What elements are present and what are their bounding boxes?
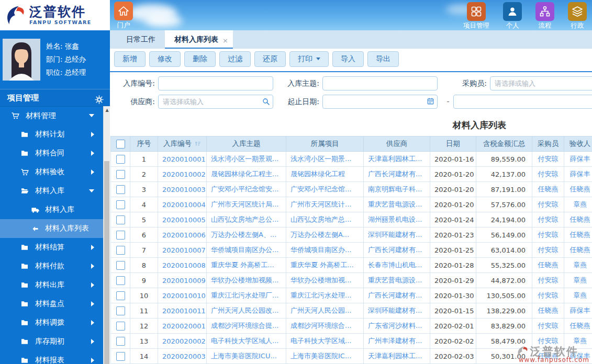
topnav-item-admin[interactable]: 行政 (568, 2, 587, 30)
row-checkbox[interactable] (116, 246, 125, 255)
cell-code[interactable]: 2020020001 (158, 318, 207, 334)
cell-project[interactable]: 浅水湾小区一期景... (286, 152, 364, 167)
scrollbar-thumb[interactable] (104, 161, 109, 364)
row-checkbox[interactable] (116, 306, 125, 315)
cell-code[interactable]: 2020010003 (158, 182, 207, 197)
cell-buyer[interactable]: 付安琼 (532, 273, 564, 288)
sidebar-item-material-stocktake[interactable]: 材料盘点 (0, 294, 103, 313)
sidebar-item-material-settlement[interactable]: 材料结算 (0, 238, 103, 257)
cell-inspector[interactable]: 章燕 (564, 288, 592, 303)
cell-buyer[interactable]: 付安琼 (532, 318, 564, 334)
topnav-item-project-management[interactable]: 项目管理 (463, 2, 489, 30)
row-checkbox[interactable] (116, 200, 125, 209)
cell-supplier[interactable]: 广西长河建材有... (364, 243, 430, 258)
row-checkbox[interactable] (116, 337, 125, 346)
tab-material-inbound-list[interactable]: 材料入库列表× (165, 30, 233, 49)
cell-supplier[interactable]: 重庆艺普电源设... (364, 273, 430, 288)
add-button[interactable]: 新增 (114, 51, 146, 67)
cell-subject[interactable]: 成都沙河环境综合提... (207, 318, 286, 334)
cell-inspector[interactable]: 任晓燕 (564, 182, 592, 197)
subject-input[interactable] (322, 76, 438, 90)
print-button[interactable]: 打印 (289, 51, 329, 67)
cell-subject[interactable]: 山西弘文房地产总公... (207, 212, 286, 228)
cell-buyer[interactable]: 付安琼 (532, 167, 564, 182)
cell-project[interactable]: 广州天河人民公园... (286, 303, 364, 318)
sidebar-item-material-inbound[interactable]: 材料入库 (0, 181, 103, 200)
import-button[interactable]: 导入 (332, 51, 364, 67)
cell-inspector[interactable]: 薛保丰 (564, 167, 592, 182)
cell-subject[interactable]: 晟铭园林绿化工程主... (207, 167, 286, 182)
cell-project[interactable]: 上海市美容医院IC... (286, 349, 364, 364)
cell-code[interactable]: 2020010009 (158, 273, 207, 288)
cell-code[interactable]: 2020010004 (158, 197, 207, 212)
export-button[interactable]: 导出 (367, 51, 399, 67)
cell-code[interactable]: 2020010011 (158, 303, 207, 318)
edit-button[interactable]: 修改 (149, 51, 181, 67)
sort-icon[interactable] (194, 140, 201, 147)
cell-buyer[interactable]: 付安琼 (532, 152, 564, 167)
cell-inspector[interactable]: 任晓燕 (564, 212, 592, 228)
cell-inspector[interactable]: 任晓燕 (564, 243, 592, 258)
cell-subject[interactable]: 电子科技大学区域人... (207, 334, 286, 349)
row-checkbox[interactable] (116, 322, 125, 331)
cell-code[interactable]: 2020020003 (158, 349, 207, 364)
cell-subject[interactable]: 广州天河人民公园改... (207, 303, 286, 318)
cell-project[interactable]: 华侨城项目南区办... (286, 243, 364, 258)
cell-supplier[interactable]: 广西长河建材有... (364, 288, 430, 303)
sidebar-scrollbar[interactable]: ▲ (103, 106, 110, 364)
cell-project[interactable]: 电子科技大学区域... (286, 334, 364, 349)
sidebar-item-material-transfer[interactable]: 材料调拨 (0, 313, 103, 332)
cell-project[interactable]: 成都沙河环境综合... (286, 318, 364, 334)
cell-buyer[interactable]: 付安琼 (532, 288, 564, 303)
cell-project[interactable]: 万达办公楼左侧A... (286, 228, 364, 243)
cell-subject[interactable]: 上海市美容医院ICU... (207, 349, 286, 364)
scrollbar-up-icon[interactable]: ▲ (104, 107, 110, 113)
cell-supplier[interactable]: 天津嘉利园林工... (364, 152, 430, 167)
cell-project[interactable]: 广安邓小平纪念馆... (286, 182, 364, 197)
cell-inspector[interactable]: 章燕 (564, 197, 592, 212)
sidebar-item-material-plan[interactable]: 材料计划 (0, 125, 103, 144)
sidebar-item-material-management[interactable]: 材料管理 (0, 106, 103, 125)
inbound-no-input[interactable] (158, 76, 273, 90)
row-checkbox[interactable] (116, 231, 125, 240)
row-checkbox[interactable] (116, 276, 125, 285)
row-checkbox[interactable] (116, 352, 125, 361)
cell-subject[interactable]: 万达办公楼左侧A、... (207, 228, 286, 243)
date-from-input[interactable] (322, 95, 438, 109)
delete-button[interactable]: 删除 (184, 51, 216, 67)
cell-buyer[interactable]: 付安琼 (532, 197, 564, 212)
row-checkbox[interactable] (116, 291, 125, 300)
date-to-input[interactable] (453, 95, 592, 109)
cell-inspector[interactable]: 薛保丰 (564, 152, 592, 167)
cell-supplier[interactable]: 广西长河建材有... (364, 167, 430, 182)
cell-inspector[interactable]: 薛保丰 (564, 349, 592, 364)
cell-buyer[interactable]: 付安琼 (532, 228, 564, 243)
cell-code[interactable]: 2020020002 (158, 334, 207, 349)
cell-code[interactable]: 2020010007 (158, 243, 207, 258)
row-checkbox[interactable] (116, 215, 125, 224)
cell-supplier[interactable]: 深圳环能建材有... (364, 228, 430, 243)
calendar-icon[interactable] (427, 97, 434, 105)
cell-subject[interactable]: 广安邓小平纪念馆安... (207, 182, 286, 197)
cell-project[interactable]: 晟铭园林绿化工程 (286, 167, 364, 182)
cell-supplier[interactable]: 深圳环能建材有... (364, 303, 430, 318)
tab-daily-work[interactable]: 日常工作 (117, 30, 165, 49)
cell-code[interactable]: 2020010008 (158, 258, 207, 273)
cell-subject[interactable]: 浅水湾小区一期景观... (207, 152, 286, 167)
topnav-item-personal[interactable]: 个人 (503, 2, 522, 30)
cell-buyer[interactable]: 付安琼 (532, 243, 564, 258)
cell-buyer[interactable]: 付安琼 (532, 334, 564, 349)
cell-project[interactable]: 重庆华夏 外高桥工... (286, 258, 364, 273)
cell-supplier[interactable]: 广东省河沙材料... (364, 318, 430, 334)
column-header-code[interactable]: 入库编号 (158, 136, 207, 152)
cell-buyer[interactable]: 任晓燕 (532, 303, 564, 318)
cell-inspector[interactable]: 薛保丰 (564, 303, 592, 318)
cell-code[interactable]: 2020010010 (158, 288, 207, 303)
cell-buyer[interactable]: 任晓燕 (532, 258, 564, 273)
cell-subject[interactable]: 重庆华夏 外高桥工... (207, 258, 286, 273)
cell-supplier[interactable]: 天津嘉利园林工... (364, 349, 430, 364)
close-icon[interactable]: × (222, 31, 228, 50)
sidebar-item-material-payment[interactable]: 材料付款 (0, 257, 103, 276)
cell-inspector[interactable]: 章燕 (564, 258, 592, 273)
cell-code[interactable]: 2020010006 (158, 228, 207, 243)
